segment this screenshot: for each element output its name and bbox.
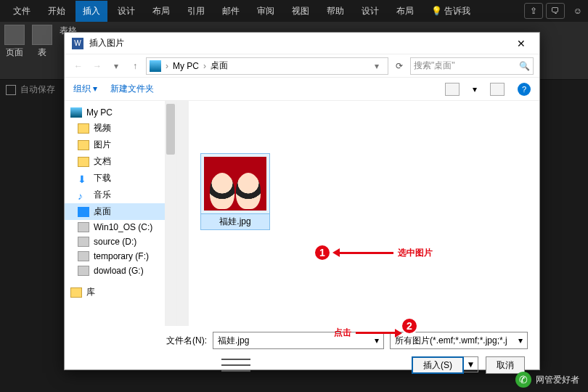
autosave-label: 自动保存 [6,83,55,96]
pc-icon [70,107,82,118]
dialog-toolbar: 组织 ▾ 新建文件夹 ▾ ? [65,78,539,101]
tell-me[interactable]: 💡 告诉我 [424,1,478,22]
tab-layout2[interactable]: 布局 [389,1,421,22]
tree-drive-d[interactable]: source (D:) [65,234,176,249]
tab-mail[interactable]: 邮件 [215,1,247,22]
comments-icon[interactable]: 🗨 [546,3,565,19]
music-icon: ♪ [78,190,89,200]
tab-insert[interactable]: 插入 [75,1,107,22]
preview-icon[interactable] [490,83,505,96]
address-dropdown-icon[interactable]: ▾ [369,58,385,74]
tree-library[interactable]: 库 [65,284,176,301]
tab-references[interactable]: 引用 [180,1,212,22]
help-icon[interactable]: ? [518,83,531,96]
drive-icon [78,266,89,276]
dialog-title: 插入图片 [89,37,510,49]
download-icon: ⬇ [78,173,89,184]
tree-pictures[interactable]: 图片 [65,136,176,153]
back-icon[interactable]: ← [70,58,86,74]
folder-icon [78,140,89,150]
refresh-icon[interactable]: ⟳ [391,58,407,74]
content-scrollbar[interactable] [177,101,189,326]
save-icon [6,85,16,95]
tab-design2[interactable]: 设计 [354,1,386,22]
file-caption: 福娃.jpg [200,214,270,230]
callout-click: 点击 [334,327,399,339]
insert-dropdown-icon[interactable]: ▼ [464,356,478,372]
search-input[interactable]: 搜索"桌面" 🔍 [410,57,534,75]
badge-2: 2 [401,317,418,335]
word-icon: W [72,38,83,49]
ribbon-tabs: 文件 开始 插入 设计 布局 引用 邮件 审阅 视图 帮助 设计 布局 💡 告诉… [0,0,588,22]
dialog-nav: ← → ▾ ↑ › My PC › 桌面 ▾ ⟳ 搜索"桌面" 🔍 [65,54,539,78]
tree-desktop[interactable]: 桌面 [65,203,176,220]
forward-icon[interactable]: → [89,58,105,74]
view-icon[interactable] [445,83,460,96]
dialog-footer: 文件名(N): 福娃.jpg▾ 所有图片(*.emf;*.wmf;*.jpg;*… [65,326,539,383]
tree-videos[interactable]: 视频 [65,120,176,136]
tab-file[interactable]: 文件 [6,1,38,22]
pc-icon [150,60,161,72]
address-bar[interactable]: › My PC › 桌面 ▾ [146,57,388,75]
close-icon[interactable]: ✕ [510,38,532,49]
insert-button[interactable]: 插入(S) [412,356,464,374]
drive-icon [78,222,89,232]
breadcrumb-desktop[interactable]: 桌面 [211,60,228,72]
tree-drive-f[interactable]: temporary (F:) [65,249,176,264]
tab-view[interactable]: 视图 [285,1,317,22]
face-icon[interactable]: ☺ [573,6,582,16]
folder-tree: My PC 视频 图片 文档 ⬇下载 ♪音乐 桌面 Win10_OS (C:) … [65,101,177,326]
view-dropdown-icon[interactable]: ▾ [473,84,477,94]
breadcrumb-pc[interactable]: My PC [173,61,199,71]
dialog-titlebar: W 插入图片 ✕ [65,33,539,54]
desktop-icon [78,207,89,217]
search-placeholder: 搜索"桌面" [414,60,455,72]
organize-button[interactable]: 组织 ▾ [73,83,97,95]
tab-review[interactable]: 审阅 [250,1,282,22]
tree-scrollbar[interactable] [165,101,176,326]
group-table[interactable]: 表 [32,25,52,59]
tree-documents[interactable]: 文档 [65,153,176,170]
new-folder-button[interactable]: 新建文件夹 [110,83,154,95]
file-thumbnail[interactable]: 福娃.jpg [200,153,270,230]
callout-select-image: 1 选中图片 [314,244,433,261]
folder-icon [78,123,89,134]
chevron-down-icon[interactable]: ▾ [518,335,523,346]
tab-help[interactable]: 帮助 [319,1,351,22]
up-icon[interactable]: ↑ [127,58,143,74]
insert-picture-dialog: W 插入图片 ✕ ← → ▾ ↑ › My PC › 桌面 ▾ ⟳ 搜索"桌面"… [64,32,540,370]
tab-home[interactable]: 开始 [41,1,73,22]
watermark: ✆ 网管爱好者 [515,372,579,388]
group-page[interactable]: 页面 [4,25,25,59]
tab-layout[interactable]: 布局 [145,1,177,22]
tree-pc[interactable]: My PC [65,105,176,120]
tab-design[interactable]: 设计 [110,1,142,22]
arrow-icon [356,332,399,334]
drive-icon [78,251,89,261]
folder-icon [78,157,89,167]
folder-icon [70,287,82,298]
tools-button[interactable] [221,356,250,374]
tree-drive-c[interactable]: Win10_OS (C:) [65,220,176,234]
file-list[interactable]: 福娃.jpg [177,101,539,326]
search-icon: 🔍 [519,61,530,71]
tree-music[interactable]: ♪音乐 [65,187,176,203]
wechat-icon: ✆ [515,372,531,388]
share-icon[interactable]: ⇪ [524,3,543,19]
tree-downloads[interactable]: ⬇下载 [65,170,176,187]
arrow-icon [335,252,393,254]
drive-icon [78,237,89,247]
thumbnail-image [204,157,266,211]
tree-drive-g[interactable]: dowload (G:) [65,264,176,278]
filename-label: 文件名(N): [76,335,207,347]
history-dropdown-icon[interactable]: ▾ [108,58,124,74]
